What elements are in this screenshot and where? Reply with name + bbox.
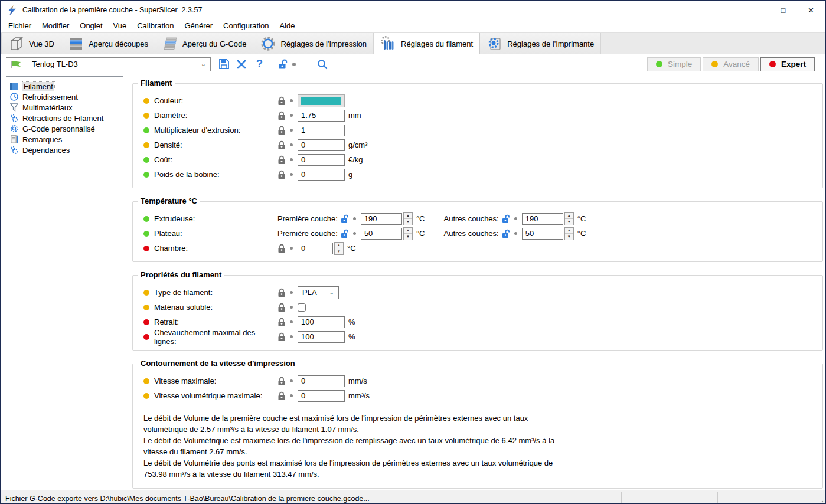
extruder-other-layers-input[interactable]: [522, 213, 563, 225]
vitesse-volumetrique-input[interactable]: [298, 390, 345, 402]
lock-icon[interactable]: [277, 303, 286, 312]
printer-preset-dropdown[interactable]: Tenlog TL-D3 ⌄: [6, 57, 211, 71]
search-button[interactable]: [317, 59, 328, 70]
spin-down-button[interactable]: ▼: [565, 234, 573, 240]
preset-toolbar: Tenlog TL-D3 ⌄ ?: [1, 54, 825, 74]
lock-icon[interactable]: [277, 244, 286, 253]
lock-icon[interactable]: [277, 126, 286, 135]
delete-preset-button[interactable]: [236, 59, 247, 70]
lock-icon[interactable]: [277, 96, 286, 106]
vitesse-max-input[interactable]: [298, 375, 345, 387]
tab-reglages-imprimante[interactable]: Réglages de l'Imprimante: [480, 33, 601, 54]
retrait-input[interactable]: [298, 316, 345, 328]
chevauchement-input[interactable]: [298, 331, 345, 343]
densite-input[interactable]: [298, 139, 345, 151]
multiplicateur-input[interactable]: [298, 125, 345, 136]
extruder-first-layer-spinner: ▲ ▼: [361, 212, 413, 225]
poids-input[interactable]: [298, 169, 345, 181]
menu-generer[interactable]: Générer: [179, 19, 218, 32]
extruder-first-layer-input[interactable]: [361, 213, 402, 225]
spin-down-button[interactable]: ▼: [335, 248, 343, 254]
soluble-checkbox[interactable]: [298, 303, 306, 312]
sidebar-item-retractions[interactable]: Rétractions de Filament: [6, 113, 123, 123]
menu-vue[interactable]: Vue: [108, 19, 132, 32]
maximize-button[interactable]: □: [769, 1, 797, 19]
tab-apercu-gcode[interactable]: Aperçu du G-Code: [155, 33, 253, 54]
bed-other-layers-input[interactable]: [522, 228, 563, 240]
settings-panel: Filament Couleur: Diamètre: m: [132, 74, 823, 489]
spin-up-button[interactable]: ▲: [565, 213, 573, 220]
mode-label: Simple: [668, 60, 692, 68]
group-contournement: Contournement de la vitesse d'impression…: [132, 364, 823, 489]
unit-label: €/kg: [348, 155, 363, 164]
setting-row-materiau-soluble: Matériau soluble:: [133, 300, 822, 315]
mode-label: Expert: [781, 60, 806, 68]
tab-vue-3d[interactable]: Vue 3D: [1, 33, 61, 54]
lock-icon[interactable]: [277, 332, 286, 342]
mode-bullet-icon: [143, 172, 149, 178]
spin-up-button[interactable]: ▲: [404, 228, 412, 234]
lock-icon[interactable]: [277, 391, 286, 401]
sidebar-item-dependances[interactable]: Dépendances: [6, 145, 123, 155]
setting-row-poids: Poids de la bobine: g: [133, 167, 822, 182]
mode-avance-button[interactable]: Avancé: [703, 57, 759, 71]
chamber-spinner: ▲ ▼: [298, 242, 344, 255]
lock-icon[interactable]: [277, 111, 286, 120]
lock-icon[interactable]: [277, 140, 286, 150]
modified-dot-icon: [290, 306, 293, 309]
tab-reglages-filament[interactable]: Réglages du filament: [374, 33, 480, 54]
sidebar-item-gcode-personnalise[interactable]: G-Code personnalisé: [6, 123, 123, 134]
spin-down-button[interactable]: ▼: [404, 234, 412, 240]
tabbar: Vue 3D Aperçu découpes: [1, 32, 825, 54]
setting-label: Vitesse volumétrique maximale:: [154, 391, 277, 400]
minimize-button[interactable]: —: [742, 1, 769, 19]
mode-bullet-icon: [143, 231, 149, 237]
menu-onglet[interactable]: Onglet: [74, 19, 107, 32]
lock-icon[interactable]: [277, 155, 286, 165]
close-button[interactable]: ✕: [797, 1, 825, 19]
chamber-input[interactable]: [298, 243, 333, 254]
lock-icon[interactable]: [277, 170, 286, 179]
menu-fichier[interactable]: Fichier: [3, 19, 37, 32]
spin-up-button[interactable]: ▲: [404, 213, 412, 220]
sidebar-item-refroidissement[interactable]: Refroidissement: [6, 91, 123, 102]
menu-configuration[interactable]: Configuration: [218, 19, 274, 32]
menu-calibration[interactable]: Calibration: [132, 19, 179, 32]
tab-label: Aperçu du G-Code: [182, 40, 246, 48]
tab-apercu-decoupes[interactable]: Aperçu découpes: [61, 33, 155, 54]
save-preset-button[interactable]: [218, 58, 230, 70]
lock-icon[interactable]: [277, 377, 286, 386]
unlock-icon[interactable]: [341, 229, 349, 238]
sidebar-item-filament[interactable]: Filament: [6, 81, 123, 91]
menu-modifier[interactable]: Modifier: [37, 19, 74, 32]
info-line: Le débit de Volumétrie des ponts est max…: [143, 457, 557, 480]
first-layer-label: Première couche:: [277, 229, 338, 238]
mode-expert-button[interactable]: Expert: [760, 57, 815, 71]
lock-icon[interactable]: [277, 288, 286, 297]
sidebar-item-remarques[interactable]: Remarques: [6, 134, 123, 145]
menu-aide[interactable]: Aide: [274, 19, 300, 32]
lock-mode-button[interactable]: [278, 59, 288, 70]
cout-input[interactable]: [298, 154, 345, 166]
help-button[interactable]: ?: [256, 58, 263, 70]
sidebar-item-multimateriaux[interactable]: Multimatériaux: [6, 102, 123, 113]
gcode-layers-icon: [162, 35, 178, 52]
spin-up-button[interactable]: ▲: [335, 243, 343, 249]
spin-down-button[interactable]: ▼: [565, 219, 573, 225]
unlock-icon[interactable]: [502, 229, 510, 238]
diametre-input[interactable]: [298, 110, 345, 122]
setting-label: Multiplicateur d'extrusion:: [154, 126, 277, 135]
color-swatch-button[interactable]: [298, 94, 345, 107]
spin-down-button[interactable]: ▼: [404, 219, 412, 225]
bed-first-layer-input[interactable]: [361, 228, 402, 240]
unlock-icon[interactable]: [341, 214, 349, 224]
unit-label: °C: [577, 229, 586, 238]
filament-type-dropdown[interactable]: PLA ⌄: [298, 286, 339, 299]
lock-icon[interactable]: [277, 318, 286, 327]
tab-reglages-impression[interactable]: Réglages de l'Impression: [253, 33, 374, 54]
spin-up-button[interactable]: ▲: [565, 228, 573, 234]
resize-grip[interactable]: [817, 499, 824, 504]
setting-row-diametre: Diamètre: mm: [133, 108, 822, 123]
mode-simple-button[interactable]: Simple: [647, 57, 701, 71]
unlock-icon[interactable]: [502, 214, 510, 224]
